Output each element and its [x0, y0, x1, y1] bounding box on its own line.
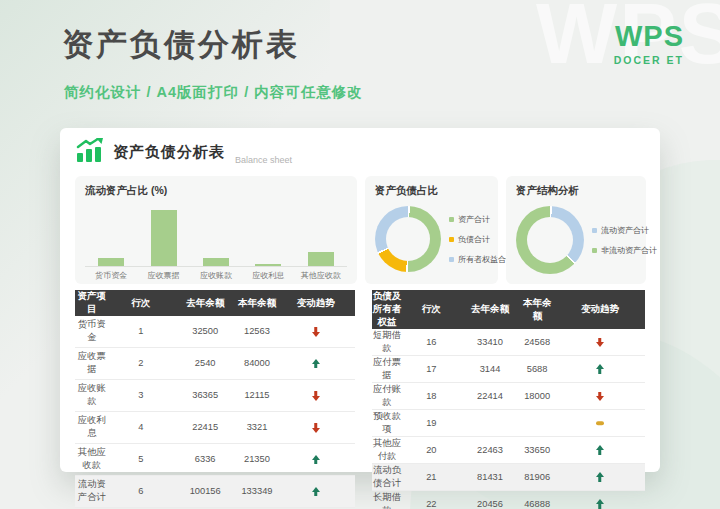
legend-item: 非流动资产合计 — [592, 245, 657, 256]
cell-current-balance: 12115 — [237, 379, 276, 411]
table-row: 应收账款 3 36365 12115 — [75, 379, 355, 411]
donut2-hole — [527, 217, 573, 263]
column-header: 去年余额 — [173, 290, 237, 316]
cell-line-no: 1 — [109, 316, 173, 347]
bar-column — [297, 204, 344, 266]
table-row: 应付票据 17 3144 5688 — [372, 356, 645, 383]
bar-chart-title: 流动资产占比 (%) — [85, 184, 347, 198]
column-header: 变动趋势 — [555, 290, 645, 329]
trend-arrow-icon — [311, 359, 321, 369]
cell-line-no: 5 — [109, 443, 173, 475]
table-row: 其他应付款 20 22463 33650 — [372, 437, 645, 464]
legend-item: 流动资产合计 — [592, 225, 657, 236]
bar-column — [88, 204, 135, 266]
cell-item-name: 预收款项 — [372, 410, 402, 437]
legend-bullet — [592, 228, 597, 233]
bar-category-label: 应收账款 — [192, 270, 239, 281]
cell-prev-balance: 3144 — [461, 356, 520, 383]
cell-item-name: 货币资金 — [75, 316, 109, 347]
cell-line-no: 17 — [402, 356, 461, 383]
cell-prev-balance — [461, 410, 520, 437]
donut1-legend: 资产合计 负债合计 所有者权益合计 — [449, 214, 514, 265]
column-header: 变动趋势 — [277, 290, 355, 316]
table-row: 流动资产合计 6 100156 133349 — [75, 475, 355, 507]
assets-table: 资产项目行次去年余额本年余额变动趋势 货币资金 1 32500 12563 — [75, 290, 355, 509]
cell-current-balance: 84000 — [237, 347, 276, 379]
bar — [308, 252, 334, 266]
cell-prev-balance: 100156 — [173, 475, 237, 507]
cell-trend — [277, 475, 355, 507]
cell-current-balance: 12563 — [237, 316, 276, 347]
bar-chart-panel: 流动资产占比 (%) 货币资金应收票据应收账款应收利息其他应收款 — [75, 176, 357, 284]
cell-line-no: 16 — [402, 329, 461, 356]
liabilities-table: 负债及所有者权益行次去年余额本年余额变动趋势 短期借款 16 33410 245… — [372, 290, 645, 509]
bar — [203, 258, 229, 266]
cell-item-name: 应收账款 — [75, 379, 109, 411]
table-row: 应收利息 4 22415 3321 — [75, 411, 355, 443]
cell-line-no: 3 — [109, 379, 173, 411]
bar-chart-labels: 货币资金应收票据应收账款应收利息其他应收款 — [85, 270, 347, 281]
legend-item: 所有者权益合计 — [449, 254, 514, 265]
legend-bullet — [449, 257, 454, 262]
table-row: 短期借款 16 33410 24568 — [372, 329, 645, 356]
trend-arrow-icon — [595, 337, 605, 347]
card-title: 资产负债分析表 — [113, 143, 225, 162]
cell-trend — [277, 379, 355, 411]
legend-label: 流动资产合计 — [601, 225, 649, 236]
bar-column — [140, 204, 187, 266]
table-row: 应付账款 18 22414 18000 — [372, 383, 645, 410]
table-row: 长期借款 22 20456 46888 — [372, 491, 645, 509]
donut1-title: 资产负债占比 — [375, 184, 488, 198]
trend-arrow-icon — [311, 423, 321, 433]
card-subtitle-en: Balance sheet — [235, 155, 292, 165]
page-title: 资产负债分析表 — [62, 24, 300, 66]
cell-item-name: 流动负债合计 — [372, 464, 402, 491]
cell-current-balance: 33650 — [519, 437, 554, 464]
assets-table-header: 资产项目行次去年余额本年余额变动趋势 — [75, 290, 355, 316]
trend-arrow-icon — [595, 391, 605, 401]
table-row: 其他应收款 5 6336 21350 — [75, 443, 355, 475]
cell-item-name: 应付账款 — [372, 383, 402, 410]
cell-current-balance: 3321 — [237, 411, 276, 443]
cell-prev-balance: 20456 — [461, 491, 520, 509]
donut2-title: 资产结构分析 — [516, 184, 636, 198]
cell-trend — [555, 329, 645, 356]
assets-table-body: 货币资金 1 32500 12563 应收票据 2 2540 — [75, 316, 355, 509]
cell-item-name: 应收票据 — [75, 347, 109, 379]
donut-chart-panel-asset-structure: 资产结构分析 流动资产合计 — [506, 176, 646, 284]
trend-arrow-icon — [311, 455, 321, 465]
cell-trend — [555, 437, 645, 464]
cell-line-no: 21 — [402, 464, 461, 491]
bar-chart-plot — [85, 204, 347, 267]
bar — [255, 264, 281, 266]
cell-prev-balance: 32500 — [173, 316, 237, 347]
bar-column — [245, 204, 292, 266]
legend-bullet — [449, 217, 454, 222]
tables-row: 资产项目行次去年余额本年余额变动趋势 货币资金 1 32500 12563 — [75, 290, 645, 509]
cell-trend — [555, 491, 645, 509]
cell-line-no: 4 — [109, 411, 173, 443]
cell-trend — [277, 411, 355, 443]
column-header: 资产项目 — [75, 290, 109, 316]
template-preview-page: WPS 资产负债分析表 简约化设计 / A4版面打印 / 内容可任意修改 WPS… — [0, 0, 720, 509]
card-header: 资产负债分析表 Balance sheet — [76, 138, 292, 167]
cell-trend — [277, 443, 355, 475]
legend-label: 非流动资产合计 — [601, 245, 657, 256]
cell-trend — [555, 464, 645, 491]
trend-arrow-icon — [311, 327, 321, 337]
trend-arrow-icon — [595, 472, 605, 482]
donut2-legend: 流动资产合计 非流动资产合计 — [592, 225, 657, 256]
cell-prev-balance: 2540 — [173, 347, 237, 379]
trend-arrow-icon — [595, 418, 605, 428]
cell-item-name: 应付票据 — [372, 356, 402, 383]
cell-prev-balance: 22415 — [173, 411, 237, 443]
cell-current-balance: 18000 — [519, 383, 554, 410]
column-header: 本年余额 — [237, 290, 276, 316]
charts-row: 流动资产占比 (%) 货币资金应收票据应收账款应收利息其他应收款 资产负债占比 — [75, 176, 646, 284]
table-row: 流动负债合计 21 81431 81906 — [372, 464, 645, 491]
column-header: 负债及所有者权益 — [372, 290, 402, 329]
trend-arrow-icon — [595, 445, 605, 455]
cell-line-no: 2 — [109, 347, 173, 379]
bar-category-label: 应收利息 — [245, 270, 292, 281]
legend-bullet — [449, 237, 454, 242]
